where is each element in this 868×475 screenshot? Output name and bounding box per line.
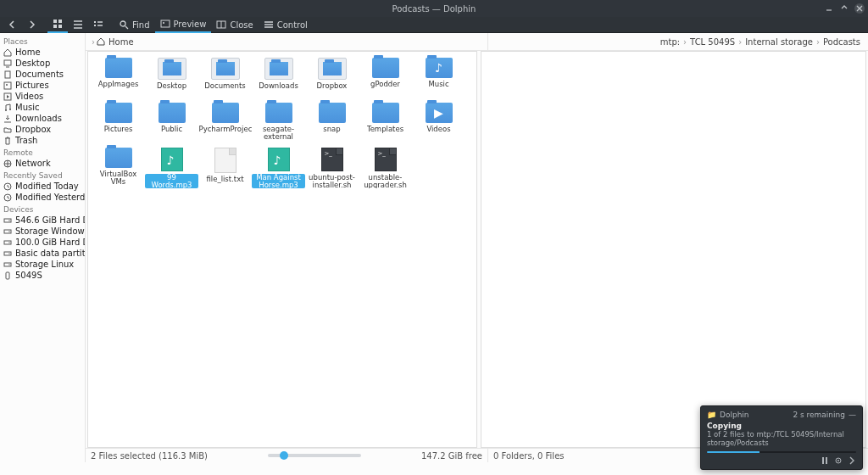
folder-icon: ♪: [426, 58, 453, 78]
file-item[interactable]: seagate-external: [252, 103, 305, 143]
sidebar-item[interactable]: Basic data partition: [3, 248, 83, 259]
sidebar-item[interactable]: Storage Windows: [3, 226, 83, 237]
svg-rect-28: [4, 263, 11, 266]
home-icon: [96, 36, 106, 47]
file-item[interactable]: ♪Man Against Horse.mp3: [252, 148, 305, 188]
view-details-button[interactable]: [88, 17, 108, 32]
view-icons-button[interactable]: [47, 16, 68, 33]
sidebar-item[interactable]: Home: [3, 47, 83, 58]
gear-icon[interactable]: [834, 456, 843, 465]
file-item[interactable]: PycharmProjects: [198, 103, 252, 143]
breadcrumb-right[interactable]: mtp:›TCL 5049S›Internal storage›Podcasts: [488, 33, 868, 50]
breadcrumb-segment[interactable]: Internal storage: [743, 37, 815, 47]
sidebar-item[interactable]: Documents: [3, 69, 83, 80]
collapse-icon[interactable]: —: [849, 411, 856, 419]
file-label: PycharmProjects: [199, 126, 252, 133]
job-notification[interactable]: 📁 Dolphin 2 s remaining — Copying 1 of 2…: [700, 405, 863, 470]
notif-title: Copying: [707, 422, 856, 430]
maximize-button[interactable]: [839, 3, 849, 14]
sidebar-item[interactable]: 546.6 GiB Hard Drive: [3, 215, 83, 226]
sidebar-item[interactable]: Downloads: [3, 113, 83, 124]
sidebar-item-label: 100.0 GiB Hard Drive: [15, 238, 86, 247]
file-item[interactable]: AppImages: [92, 58, 145, 98]
zoom-slider[interactable]: [268, 454, 361, 457]
sidebar-item[interactable]: 5049S: [3, 270, 83, 281]
svg-point-27: [8, 253, 9, 254]
file-item[interactable]: Documents: [198, 58, 252, 98]
minimize-button[interactable]: [824, 3, 834, 14]
sidebar-item-label: Trash: [15, 136, 37, 145]
preview-icon: [160, 19, 170, 29]
folder-icon: [105, 58, 132, 78]
sidebar-item[interactable]: Pictures: [3, 80, 83, 91]
svg-point-16: [9, 109, 11, 110]
menu-icon: [264, 20, 274, 30]
sidebar-item[interactable]: Desktop: [3, 58, 83, 69]
preview-button[interactable]: Preview: [155, 16, 212, 33]
sidebar-item-label: Documents: [15, 70, 64, 79]
details-icon: [93, 20, 103, 30]
pause-icon[interactable]: [821, 456, 829, 465]
sidebar-item-label: Storage Windows: [15, 226, 86, 236]
file-item[interactable]: >_unstable-upgrader.sh: [359, 148, 412, 188]
svg-rect-11: [5, 71, 10, 78]
file-item[interactable]: Dropbox: [305, 58, 359, 98]
file-item[interactable]: gPodder: [359, 58, 412, 98]
file-label: Music: [428, 81, 448, 88]
sidebar-item[interactable]: Dropbox: [3, 124, 83, 135]
file-item[interactable]: ♪Music: [412, 58, 465, 98]
file-item[interactable]: Pictures: [92, 103, 145, 143]
drive-icon: [3, 249, 12, 258]
file-item[interactable]: snap: [305, 103, 359, 143]
sidebar-item[interactable]: 100.0 GiB Hard Drive: [3, 237, 83, 248]
file-item[interactable]: Templates: [359, 103, 412, 143]
breadcrumb-left[interactable]: › Home: [86, 33, 488, 50]
sidebar-item[interactable]: Videos: [3, 91, 83, 102]
folder-thumb-icon: [318, 58, 347, 80]
file-item[interactable]: Desktop: [145, 58, 198, 98]
find-button[interactable]: Find: [114, 17, 155, 32]
breadcrumb-segment[interactable]: TCL 5049S: [687, 37, 737, 47]
file-item[interactable]: ▶Videos: [412, 103, 465, 143]
folder-icon: [319, 103, 346, 123]
sidebar-item-label: Home: [15, 48, 41, 57]
sidebar-item[interactable]: Music: [3, 102, 83, 113]
close-button[interactable]: [854, 3, 865, 14]
view-compact-button[interactable]: [68, 17, 88, 32]
file-item[interactable]: Public: [145, 103, 198, 143]
drive-icon: [3, 216, 12, 225]
breadcrumb-segment[interactable]: Podcasts: [821, 37, 863, 47]
sidebar-item[interactable]: Network: [3, 158, 83, 169]
svg-rect-5: [94, 25, 96, 26]
chevron-right-icon[interactable]: [848, 456, 856, 465]
file-item[interactable]: Downloads: [252, 58, 305, 98]
control-button[interactable]: Control: [259, 17, 313, 32]
sidebar-item[interactable]: Modified Yesterday: [3, 192, 83, 203]
sidebar-item[interactable]: Trash: [3, 135, 83, 146]
svg-rect-7: [161, 20, 170, 27]
notif-app: Dolphin: [720, 411, 749, 419]
svg-rect-22: [4, 230, 11, 233]
home-icon: [3, 48, 12, 57]
sidebar-item[interactable]: Modified Today: [3, 181, 83, 192]
breadcrumb-segment[interactable]: Home: [106, 37, 136, 47]
file-item[interactable]: VirtualBox VMs: [92, 148, 145, 188]
svg-point-21: [8, 220, 9, 221]
file-item[interactable]: ♪99 Words.mp3: [145, 148, 198, 188]
folder-thumb-icon: [211, 58, 240, 80]
breadcrumb-segment[interactable]: mtp:: [658, 37, 682, 47]
forward-button[interactable]: [22, 17, 42, 32]
svg-rect-10: [4, 60, 11, 65]
file-item[interactable]: >_ubuntu-post-installer.sh: [305, 148, 359, 188]
svg-rect-26: [4, 252, 11, 255]
pane-left[interactable]: AppImagesDesktopDocumentsDownloadsDropbo…: [87, 51, 477, 448]
pane-right[interactable]: [481, 51, 866, 448]
file-item[interactable]: file_list.txt: [198, 148, 252, 188]
dolphin-icon: 📁: [707, 411, 716, 419]
back-button[interactable]: [2, 17, 22, 32]
close-split-button[interactable]: Close: [211, 17, 258, 32]
sidebar-item[interactable]: Storage Linux: [3, 259, 83, 270]
preview-label: Preview: [174, 20, 207, 29]
svg-rect-0: [53, 20, 57, 23]
folder-icon: [372, 58, 399, 78]
